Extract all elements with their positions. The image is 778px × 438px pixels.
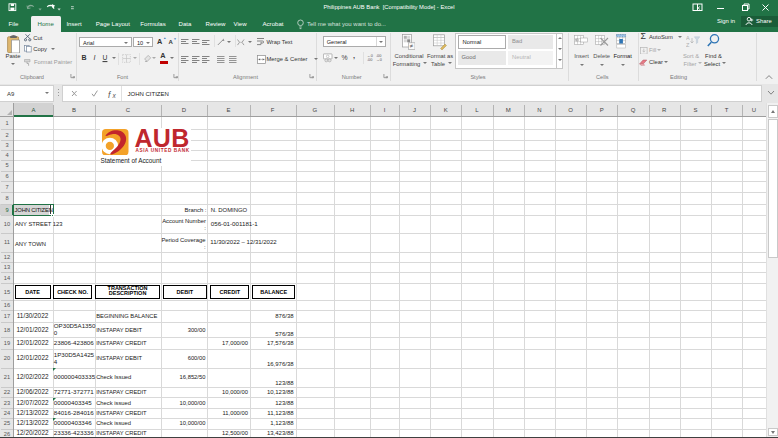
svg-text:f: f	[108, 90, 112, 100]
svg-text:A: A	[686, 34, 690, 40]
svg-text:←0: ←0	[367, 54, 373, 58]
svg-text:.00: .00	[367, 58, 372, 62]
svg-text:Z: Z	[686, 41, 690, 47]
svg-text:.00: .00	[376, 54, 381, 58]
svg-text:x: x	[112, 92, 117, 99]
svg-text:→0: →0	[376, 58, 382, 62]
